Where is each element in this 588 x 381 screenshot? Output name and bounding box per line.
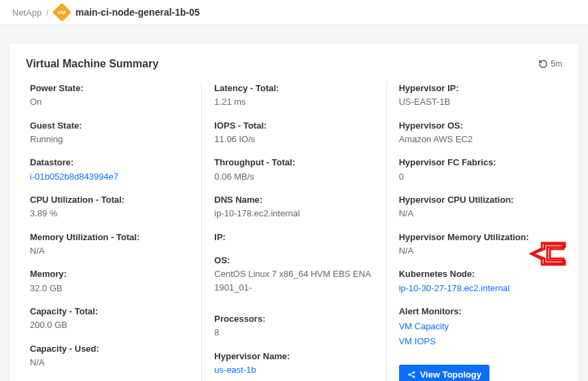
field-hypervisor-cpu: Hypervisor CPU Utilization: N/A <box>399 194 558 220</box>
field-hypervisor-ip: Hypervisor IP: US-EAST-1B <box>399 82 558 109</box>
vm-badge-icon: VM <box>52 3 71 22</box>
field-dns-name: DNS Name: ip-10-178.ec2.internal <box>214 194 373 220</box>
field-os: OS: CentOS Linux 7 x86_64 HVM EBS ENA 19… <box>214 254 373 294</box>
refresh-indicator[interactable]: 5m <box>538 59 562 69</box>
field-hypervisor-fc: Hypervisor FC Fabrics: 0 <box>399 156 558 183</box>
svg-point-0 <box>408 373 410 375</box>
field-throughput: Throughput - Total: 0.06 MB/s <box>214 156 373 183</box>
page-title: main-ci-node-general-1b-05 <box>75 7 200 18</box>
field-capacity-total: Capacity - Total: 200.0 GB <box>30 305 189 332</box>
summary-col-3: Hypervisor IP: US-EAST-1B Hypervisor OS:… <box>386 82 562 381</box>
field-iops: IOPS - Total: 11.06 IO/s <box>214 120 373 146</box>
card-title: Virtual Machine Summary <box>26 58 158 70</box>
svg-point-1 <box>413 371 415 373</box>
field-guest-state: Guest State: Running <box>30 120 189 146</box>
alert-monitor-link[interactable]: VM Capacity <box>399 319 558 334</box>
breadcrumb-root[interactable]: NetApp <box>12 7 41 18</box>
view-topology-label: View Topology <box>420 369 482 380</box>
field-cpu-utilization: CPU Utilization - Total: 3.89 % <box>30 194 189 220</box>
refresh-age: 5m <box>551 59 562 69</box>
field-alert-monitors: Alert Monitors: VM Capacity VM IOPS <box>399 305 558 349</box>
share-icon <box>407 370 416 379</box>
breadcrumb-separator: / <box>46 7 48 18</box>
field-memory: Memory: 32.0 GB <box>30 268 189 295</box>
breadcrumb: NetApp / VM main-ci-node-general-1b-05 <box>0 0 588 25</box>
field-ip: IP: <box>214 231 373 244</box>
field-hypervisor-name: Hypervisor Name: us-east-1b <box>214 350 373 377</box>
field-memory-utilization: Memory Utilization - Total: N/A <box>30 231 189 258</box>
summary-col-2: Latency - Total: 1.21 ms IOPS - Total: 1… <box>201 82 385 381</box>
field-hypervisor-os: Hypervisor OS: Amazon AWS EC2 <box>399 120 558 146</box>
field-power-state: Power State: On <box>30 82 189 109</box>
kubernetes-node-link[interactable]: ip-10-30-27-178.ec2.internal <box>399 282 558 295</box>
refresh-icon <box>538 59 548 69</box>
datastore-link[interactable]: i-01b052b8d843994e7 <box>30 170 189 184</box>
svg-point-2 <box>413 376 415 378</box>
summary-col-1: Power State: On Guest State: Running Dat… <box>26 82 201 381</box>
hypervisor-name-link[interactable]: us-east-1b <box>214 363 373 377</box>
field-capacity-used: Capacity - Used: N/A <box>30 343 189 369</box>
field-kubernetes-node: Kubernetes Node: ip-10-30-27-178.ec2.int… <box>399 268 558 295</box>
field-hypervisor-memory: Hypervisor Memory Utilization: N/A <box>399 231 558 258</box>
field-latency: Latency - Total: 1.21 ms <box>214 82 373 109</box>
summary-card: Virtual Machine Summary 5m Power State: … <box>10 44 578 381</box>
view-topology-button[interactable]: View Topology <box>399 365 490 382</box>
alert-monitor-link[interactable]: VM IOPS <box>399 334 558 349</box>
field-processors: Processors: 8 <box>214 313 373 339</box>
field-datastore: Datastore: i-01b052b8d843994e7 <box>30 156 189 183</box>
